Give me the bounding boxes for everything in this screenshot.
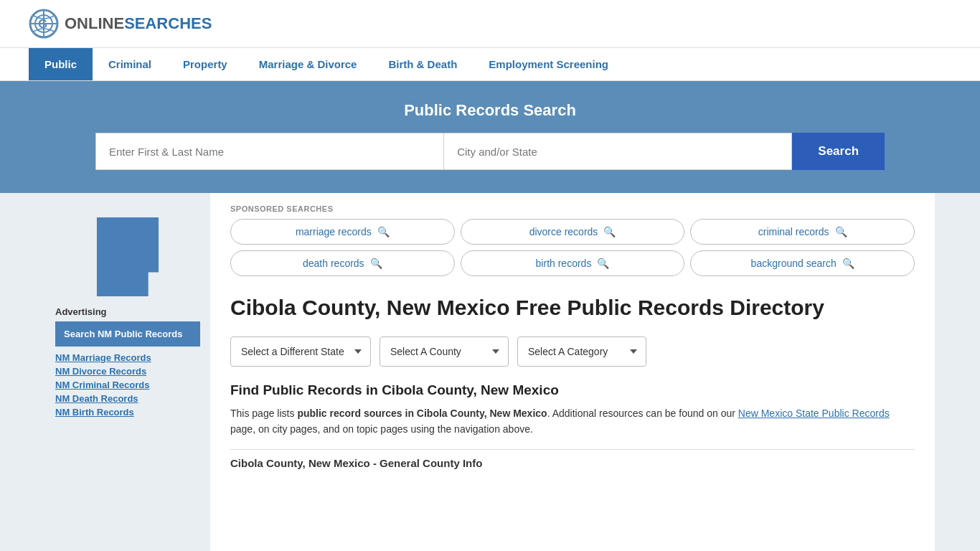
advertising-label: Advertising (55, 306, 200, 317)
logo-text: ONLINESEARCHES (65, 14, 212, 33)
county-info-title: Cibola County, New Mexico - General Coun… (230, 449, 915, 474)
logo-icon: G (29, 9, 59, 39)
logo[interactable]: G ONLINESEARCHES (29, 9, 212, 39)
site-header: G ONLINESEARCHES (0, 0, 980, 48)
search-icon-criminal: 🔍 (835, 226, 847, 237)
county-header: Cibola County, New Mexico Free Public Re… (230, 292, 915, 321)
search-icon-divorce: 🔍 (603, 226, 616, 237)
sponsored-tag-divorce[interactable]: divorce records 🔍 (461, 219, 685, 245)
county-dropdown[interactable]: Select A County (380, 336, 509, 367)
nm-records-link[interactable]: New Mexico State Public Records (738, 408, 890, 419)
search-row: Search (95, 133, 885, 170)
sidebar-link-birth[interactable]: NM Birth Records (55, 407, 200, 418)
category-dropdown[interactable]: Select A Category (517, 336, 646, 367)
main-content: SPONSORED SEARCHES marriage records 🔍 di… (210, 193, 935, 551)
ad-box[interactable]: Search NM Public Records (55, 321, 200, 347)
sidebar-link-divorce[interactable]: NM Divorce Records (55, 366, 200, 377)
search-icon-background: 🔍 (842, 258, 854, 269)
name-input[interactable] (95, 133, 443, 170)
sponsored-grid: marriage records 🔍 divorce records 🔍 cri… (230, 219, 915, 276)
sidebar-link-criminal[interactable]: NM Criminal Records (55, 380, 200, 390)
nav-item-criminal[interactable]: Criminal (93, 48, 167, 80)
sidebar: Advertising Search NM Public Records NM … (45, 193, 210, 551)
nm-map-icon (92, 217, 164, 296)
county-title: Cibola County, New Mexico Free Public Re… (230, 295, 824, 321)
search-icon-death: 🔍 (370, 258, 382, 269)
sidebar-link-death[interactable]: NM Death Records (55, 393, 200, 404)
search-button[interactable]: Search (792, 133, 885, 170)
search-icon-marriage: 🔍 (377, 226, 390, 237)
city-input[interactable] (443, 133, 792, 170)
state-dropdown[interactable]: Select a Different State (230, 336, 371, 367)
search-icon-birth: 🔍 (597, 258, 609, 269)
main-nav: Public Criminal Property Marriage & Divo… (0, 48, 980, 81)
sponsored-tag-marriage[interactable]: marriage records 🔍 (230, 219, 455, 245)
nav-item-birth[interactable]: Birth & Death (372, 48, 473, 80)
search-band: Public Records Search Search (0, 81, 980, 193)
nav-item-property[interactable]: Property (167, 48, 243, 80)
sponsored-label: SPONSORED SEARCHES (230, 204, 915, 213)
nav-item-employment[interactable]: Employment Screening (473, 48, 624, 80)
sponsored-tag-criminal[interactable]: criminal records 🔍 (690, 219, 915, 245)
nav-item-marriage[interactable]: Marriage & Divorce (243, 48, 373, 80)
nav-item-public[interactable]: Public (29, 48, 93, 80)
svg-text:G: G (38, 17, 47, 31)
dropdowns-row: Select a Different State Select A County… (230, 336, 915, 367)
find-records-para: This page lists public record sources in… (230, 405, 915, 438)
sidebar-link-marriage[interactable]: NM Marriage Records (55, 352, 200, 363)
svg-marker-5 (97, 217, 159, 296)
search-band-title: Public Records Search (29, 101, 951, 120)
main-wrap: Advertising Search NM Public Records NM … (45, 193, 935, 551)
sponsored-tag-birth[interactable]: birth records 🔍 (461, 250, 685, 276)
sponsored-tag-background[interactable]: background search 🔍 (690, 250, 915, 276)
sponsored-tag-death[interactable]: death records 🔍 (230, 250, 455, 276)
find-records-title: Find Public Records in Cibola County, Ne… (230, 382, 915, 398)
